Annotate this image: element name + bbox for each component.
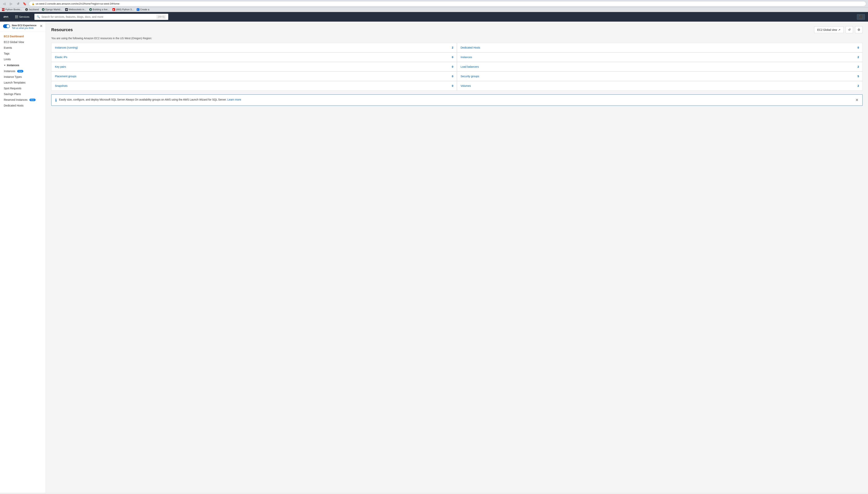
- bookmark-django-label: Django Markd...: [45, 8, 62, 11]
- sidebar: New EC2 Experience Tell us what you thin…: [0, 22, 46, 493]
- sidebar-item-ec2-dashboard[interactable]: EC2 Dashboard: [0, 34, 46, 39]
- dedicated-hosts-label: Dedicated Hosts: [461, 46, 480, 49]
- ec2-global-view-button[interactable]: EC2 Global view ↗: [814, 26, 844, 33]
- refresh-resources-button[interactable]: ↺: [846, 26, 853, 33]
- main-layout: New EC2 Experience Tell us what you thin…: [0, 22, 868, 493]
- dedicated-hosts-count: 0: [857, 46, 859, 49]
- elastic-ips-count: 0: [452, 56, 453, 59]
- volumes-count: 2: [857, 84, 859, 88]
- services-button[interactable]: Services: [13, 14, 31, 19]
- resource-cell-key-pairs[interactable]: Key pairs 0: [52, 62, 457, 71]
- toggle-section: New EC2 Experience Tell us what you thin…: [0, 22, 46, 32]
- back-button[interactable]: ◁: [2, 2, 6, 6]
- resources-title: Resources: [51, 27, 73, 32]
- key-pairs-count: 0: [452, 65, 453, 68]
- instances-arrow-icon: ▼: [4, 64, 6, 66]
- resource-cell-dedicated-hosts[interactable]: Dedicated Hosts 0: [457, 43, 863, 52]
- instances-new-badge: New: [17, 70, 23, 73]
- bookmark-jazzband-label: Jazzband: [29, 8, 39, 11]
- ec2-global-view-label: EC2 Global view: [817, 28, 837, 31]
- django-favicon: ✿: [42, 8, 44, 11]
- aws-logo[interactable]: aws ~~~~~~~~~: [3, 14, 10, 19]
- sidebar-nav: EC2 Dashboard EC2 Global View Events Tag…: [0, 32, 46, 110]
- bookmark-building-live-label: Building a live...: [93, 8, 110, 11]
- banner-text: Easily size, configure, and deploy Micro…: [59, 98, 227, 101]
- create-favicon: C: [137, 8, 139, 11]
- reserved-instances-new-badge: New: [30, 99, 36, 101]
- bookmark-python-books[interactable]: PD Python Books...: [2, 8, 22, 11]
- aws-logo-svg: aws ~~~~~~~~~: [3, 14, 10, 19]
- search-input[interactable]: [41, 15, 155, 18]
- elastic-ips-label: Elastic IPs: [55, 56, 67, 59]
- resource-cell-placement-groups[interactable]: Placement groups 0: [52, 72, 457, 81]
- address-bar[interactable]: 🔒 us-west-2.console.aws.amazon.com/ec2/v…: [29, 1, 866, 6]
- bookmark-python-660[interactable]: ▶ (660) Python 3...: [112, 8, 133, 11]
- sidebar-item-reserved-instances[interactable]: Reserved Instances New: [0, 97, 46, 103]
- instances-running-label: Instances (running): [55, 46, 78, 49]
- instances-running-count: 2: [452, 46, 453, 49]
- resources-actions: EC2 Global view ↗ ↺ ⚙: [814, 26, 863, 33]
- snapshots-label: Snapshots: [55, 84, 67, 88]
- building-live-favicon: ✿: [89, 8, 92, 11]
- aws-header: aws ~~~~~~~~~ Services 🔍 [Alt+S] ⬛: [0, 12, 868, 22]
- volumes-label: Volumes: [461, 84, 471, 88]
- banner-learn-more-link[interactable]: Learn more: [227, 98, 241, 101]
- websockets-favicon: M: [65, 8, 68, 11]
- address-text: us-west-2.console.aws.amazon.com/ec2/v2/…: [36, 2, 863, 5]
- load-balancers-label: Load balancers: [461, 65, 479, 68]
- forward-button[interactable]: ▷: [9, 2, 13, 6]
- sidebar-item-tags[interactable]: Tags: [0, 51, 46, 56]
- svg-text:~~~~~~~~~: ~~~~~~~~~: [4, 18, 10, 19]
- sidebar-item-ec2-global-view[interactable]: EC2 Global View: [0, 39, 46, 45]
- resources-description: You are using the following Amazon EC2 r…: [51, 37, 863, 40]
- sidebar-item-savings-plans[interactable]: Savings Plans: [0, 91, 46, 97]
- resource-grid: Instances (running) 2 Dedicated Hosts 0 …: [51, 43, 863, 91]
- settings-resources-button[interactable]: ⚙: [855, 26, 863, 33]
- resource-cell-snapshots[interactable]: Snapshots 0: [52, 81, 457, 91]
- python-660-favicon: ▶: [112, 8, 115, 11]
- sidebar-item-instances[interactable]: Instances New: [0, 68, 46, 74]
- bookmark-create-label: Create a: [140, 8, 149, 11]
- resources-header: Resources EC2 Global view ↗ ↺ ⚙: [51, 26, 863, 33]
- resource-cell-instances-running[interactable]: Instances (running) 2: [52, 43, 457, 52]
- search-bar[interactable]: 🔍 [Alt+S]: [34, 14, 168, 20]
- new-experience-toggle[interactable]: [3, 24, 10, 28]
- toggle-feedback-link[interactable]: Tell us what you think: [12, 27, 37, 30]
- bookmark-websockets[interactable]: M Websockets in...: [65, 8, 86, 11]
- resource-cell-volumes[interactable]: Volumes 2: [457, 81, 863, 91]
- info-icon: ℹ: [55, 98, 57, 102]
- resource-cell-load-balancers[interactable]: Load balancers 2: [457, 62, 863, 71]
- info-banner: ℹ Easily size, configure, and deploy Mic…: [51, 94, 863, 106]
- instances-section-header[interactable]: ▼ Instances: [0, 62, 46, 68]
- snapshots-count: 0: [452, 84, 453, 88]
- placement-groups-label: Placement groups: [55, 75, 76, 78]
- bookmark-building-live[interactable]: ✿ Building a live...: [89, 8, 110, 11]
- jazzband-favicon: ⊙: [25, 8, 28, 11]
- bookmark-django[interactable]: ✿ Django Markd...: [42, 8, 62, 11]
- refresh-button[interactable]: ↺: [16, 2, 20, 6]
- security-groups-label: Security groups: [461, 75, 479, 78]
- bookmark-button[interactable]: 🔖: [23, 2, 26, 5]
- instances-label: Instances: [461, 56, 472, 59]
- resource-cell-instances[interactable]: Instances 2: [457, 53, 863, 62]
- load-balancers-count: 2: [857, 65, 859, 68]
- sidebar-item-instance-types[interactable]: Instance Types: [0, 74, 46, 80]
- banner-close-button[interactable]: ✕: [855, 98, 859, 102]
- resource-cell-elastic-ips[interactable]: Elastic IPs 0: [52, 53, 457, 62]
- sidebar-item-launch-templates[interactable]: Launch Templates: [0, 80, 46, 86]
- bookmark-jazzband[interactable]: ⊙ Jazzband: [25, 8, 39, 11]
- content-area: Resources EC2 Global view ↗ ↺ ⚙ You are …: [46, 22, 868, 493]
- sidebar-item-spot-requests[interactable]: Spot Requests: [0, 86, 46, 91]
- terminal-button[interactable]: ⬛: [857, 14, 865, 20]
- instances-section-label: Instances: [7, 64, 19, 67]
- key-pairs-label: Key pairs: [55, 65, 66, 68]
- sidebar-item-limits[interactable]: Limits: [0, 56, 46, 62]
- bookmark-create[interactable]: C Create a: [137, 8, 149, 11]
- browser-chrome: ◁ ▷ ↺ 🔖 🔒 us-west-2.console.aws.amazon.c…: [0, 0, 868, 8]
- toggle-labels: New EC2 Experience Tell us what you thin…: [12, 24, 37, 30]
- sidebar-item-events[interactable]: Events: [0, 45, 46, 51]
- refresh-icon: ↺: [848, 28, 851, 31]
- resource-cell-security-groups[interactable]: Security groups 5: [457, 72, 863, 81]
- close-toggle-button[interactable]: ✕: [40, 24, 43, 28]
- sidebar-item-dedicated-hosts[interactable]: Dedicated Hosts: [0, 103, 46, 108]
